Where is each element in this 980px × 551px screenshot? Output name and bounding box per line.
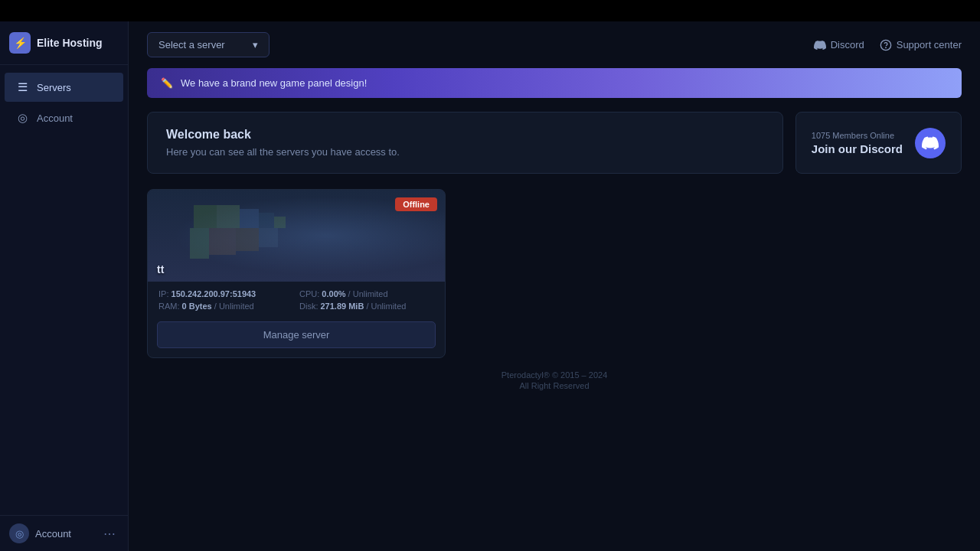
server-name: tt (157, 263, 164, 276)
ip-stat: IP: 150.242.200.97:51943 (158, 289, 293, 298)
server-card[interactable]: tt Offline IP: 150.242.200.97:51943 CPU:… (147, 189, 446, 358)
cpu-limit: / (346, 289, 353, 298)
user-menu-button[interactable]: ⋯ (100, 525, 119, 543)
page-body: ✏️ We have a brand new game panel design… (129, 68, 980, 551)
sidebar-item-servers[interactable]: ☰ Servers (5, 73, 123, 102)
svg-rect-6 (274, 217, 286, 228)
ram-value: 0 Bytes (182, 302, 212, 311)
status-badge: Offline (395, 197, 437, 211)
sidebar-item-account[interactable]: ◎ Account (5, 103, 123, 132)
server-card-image: tt Offline (148, 190, 445, 282)
cpu-limit-value: Unlimited (353, 289, 388, 298)
svg-rect-7 (209, 228, 236, 255)
discord-logo-icon (915, 128, 946, 158)
servers-icon: ☰ (15, 80, 29, 94)
ram-stat: RAM: 0 Bytes / Unlimited (158, 302, 293, 311)
announcement-icon: ✏️ (161, 77, 173, 89)
discord-link[interactable]: Discord (814, 39, 864, 51)
discord-link-label: Discord (831, 39, 864, 51)
announcement-banner: ✏️ We have a brand new game panel design… (147, 68, 962, 98)
disk-stat: Disk: 271.89 MiB / Unlimited (299, 302, 434, 311)
members-online: 1075 Members Online (812, 131, 903, 140)
discord-card[interactable]: 1075 Members Online Join our Discord (795, 112, 962, 174)
svg-point-1 (885, 47, 886, 48)
servers-grid: tt Offline IP: 150.242.200.97:51943 CPU:… (147, 189, 962, 358)
sidebar-logo: ⚡ Elite Hosting (0, 21, 128, 65)
server-select-dropdown[interactable]: Select a server ▾ (147, 32, 270, 57)
user-avatar-icon: ◎ (15, 528, 24, 540)
support-link-label: Support center (897, 39, 962, 51)
discord-info: 1075 Members Online Join our Discord (812, 131, 903, 155)
sidebar-nav: ☰ Servers ◎ Account (0, 65, 128, 515)
logo-icon: ⚡ (9, 32, 31, 54)
ram-limit-value: Unlimited (219, 302, 254, 311)
app-title: Elite Hosting (37, 37, 103, 49)
user-name: Account (35, 528, 71, 540)
svg-rect-4 (240, 209, 259, 228)
welcome-card: Welcome back Here you can see all the se… (147, 112, 783, 174)
disk-limit: / (364, 302, 371, 311)
server-select-label: Select a server (158, 39, 225, 51)
footer-line1: Pterodactyl® © 2015 – 2024 (147, 370, 962, 380)
top-header: Select a server ▾ Discord Support c (129, 21, 980, 68)
svg-rect-8 (236, 228, 259, 251)
announcement-text: We have a brand new game panel design! (181, 77, 367, 89)
support-link[interactable]: Support center (880, 39, 962, 51)
sidebar-account-label: Account (37, 112, 73, 124)
svg-rect-3 (217, 205, 240, 228)
svg-rect-10 (190, 228, 209, 259)
disk-limit-value: Unlimited (371, 302, 407, 311)
cpu-label: CPU: (299, 289, 322, 298)
ram-label: RAM: (158, 302, 182, 311)
sidebar-servers-label: Servers (37, 82, 71, 93)
footer-line2: All Right Reserved (147, 381, 962, 390)
join-discord-text: Join our Discord (812, 142, 903, 155)
discord-icon (814, 39, 826, 51)
server-stats: IP: 150.242.200.97:51943 CPU: 0.00% / Un… (148, 282, 445, 318)
main-content: Select a server ▾ Discord Support c (129, 21, 980, 551)
account-icon: ◎ (15, 111, 29, 125)
welcome-subtitle: Here you can see all the servers you hav… (166, 146, 764, 158)
welcome-title: Welcome back (166, 128, 764, 142)
cpu-stat: CPU: 0.00% / Unlimited (299, 289, 434, 298)
ip-label: IP: (158, 289, 172, 298)
ram-limit: / (212, 302, 219, 311)
ip-value: 150.242.200.97:51943 (172, 289, 256, 298)
footer: Pterodactyl® © 2015 – 2024 All Right Res… (147, 358, 962, 398)
welcome-row: Welcome back Here you can see all the se… (147, 112, 962, 174)
sidebar-bottom: ◎ Account ⋯ (0, 515, 128, 551)
disk-value: 271.89 MiB (321, 302, 364, 311)
svg-rect-2 (194, 205, 217, 228)
svg-rect-5 (259, 213, 274, 228)
disk-label: Disk: (299, 302, 321, 311)
manage-server-button[interactable]: Manage server (157, 321, 436, 348)
sidebar: ⚡ Elite Hosting ☰ Servers ◎ Account ◎ Ac… (0, 21, 129, 551)
header-links: Discord Support center (814, 39, 962, 51)
cpu-value: 0.00% (322, 289, 345, 298)
sidebar-user[interactable]: ◎ Account (9, 523, 71, 543)
support-icon (880, 39, 892, 51)
user-avatar: ◎ (9, 523, 29, 543)
chevron-down-icon: ▾ (253, 39, 258, 51)
svg-rect-9 (259, 228, 278, 247)
top-bar (0, 0, 980, 21)
